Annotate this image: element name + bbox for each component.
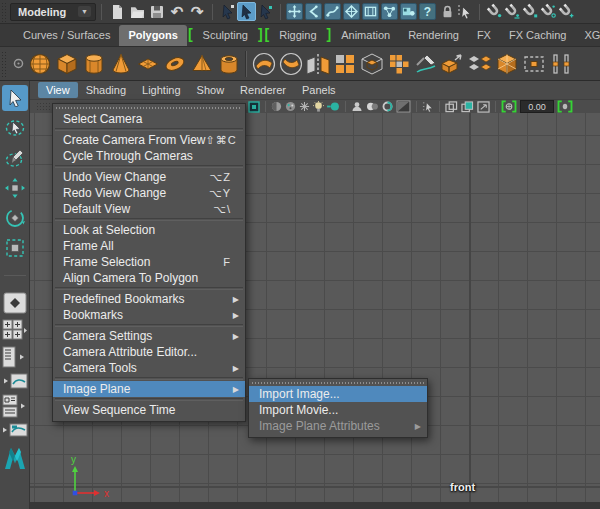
textured-mode-icon[interactable] [285,100,296,113]
menu-item-import-movie[interactable]: Import Movie... [249,402,427,418]
tab-curves-surfaces[interactable]: Curves / Surfaces [14,25,119,46]
lock-icon[interactable] [438,2,456,22]
menu-item-image-plane[interactable]: Image Plane▶ [53,381,245,397]
menu-item-frame-selection[interactable]: Frame SelectionF [53,254,245,270]
select-tool[interactable] [2,85,28,111]
menu-item-image-plane-attributes[interactable]: Image Plane Attributes▶ [249,418,427,434]
move-tool[interactable] [2,175,28,201]
menu-item-cycle-through-cameras[interactable]: Cycle Through Cameras [53,148,245,164]
symmetry-icon[interactable] [547,50,574,78]
angle-snap-icon[interactable] [305,3,322,20]
layout-four-view-button[interactable] [2,394,28,418]
multi-cut-icon[interactable] [412,50,439,78]
extrude-icon[interactable] [439,50,466,78]
menu-item-look-at-selection[interactable]: Look at Selection [53,222,245,238]
snap-curve-icon[interactable] [503,2,521,22]
poly-pyramid-icon[interactable] [188,50,215,78]
sculpt-smooth-icon[interactable] [250,50,277,78]
move-tool-icon[interactable] [286,3,303,20]
menu-item-default-view[interactable]: Default View⌥\ [53,201,245,217]
mirror-geometry-icon[interactable] [466,50,493,78]
drag-handle[interactable] [1,51,8,77]
node-network-icon[interactable] [381,3,398,20]
save-scene-icon[interactable] [147,2,167,22]
shadows-icon[interactable] [351,100,363,113]
render-tool-icon[interactable] [400,3,417,20]
select-component-icon[interactable] [256,2,275,21]
chevron-down-icon[interactable]: ▼ [78,6,91,17]
film-gate-icon[interactable] [501,100,517,113]
subdivide-grid-icon[interactable] [331,50,358,78]
isolate-select-icon[interactable] [248,100,260,113]
panel-menu-shading[interactable]: Shading [78,82,134,98]
snap-projected-center-icon[interactable] [539,2,557,22]
poly-cylinder-icon[interactable] [80,50,107,78]
menu-item-create-camera-from-view[interactable]: Create Camera From View⇧⌘C [53,132,245,148]
default-lighting-icon[interactable] [313,100,324,113]
tab-animation[interactable]: Animation [332,25,399,46]
tab-rendering[interactable]: Rendering [399,25,468,46]
highlight-selection-icon[interactable] [456,2,474,22]
menu-item-camera-tools[interactable]: Camera Tools▶ [53,360,245,376]
lasso-select-tool[interactable] [2,115,28,141]
paste-view-icon[interactable] [461,100,474,113]
shaded-mode-icon[interactable] [271,100,282,113]
scene-lights-icon[interactable] [327,100,340,113]
tab-polygons[interactable]: Polygons [119,25,187,46]
snap-view-plane-icon[interactable] [557,2,575,22]
poly-sphere-icon[interactable] [26,50,53,78]
layout-outliner-pane-button[interactable] [2,346,28,368]
anti-alias-icon[interactable] [382,100,393,113]
menu-item-camera-settings[interactable]: Camera Settings▶ [53,328,245,344]
snap-point-icon[interactable] [521,2,539,22]
drag-handle[interactable] [1,2,8,22]
menu-item-frame-all[interactable]: Frame All [53,238,245,254]
curve-tool-icon[interactable] [324,3,341,20]
tab-xgen[interactable]: XGen [575,25,600,46]
panel-menu-renderer[interactable]: Renderer [232,82,294,98]
paint-select-tool[interactable] [2,145,28,171]
wire-cube-icon[interactable] [358,50,385,78]
menu-item-undo-view-change[interactable]: Undo View Change⌥Z [53,169,245,185]
undo-icon[interactable]: ↶ [167,2,187,22]
object-select-mode-icon[interactable] [422,100,434,113]
overscan-field[interactable]: 0.00 [520,100,554,113]
menu-item-view-sequence-time[interactable]: View Sequence Time [53,402,245,418]
menu-item-bookmarks[interactable]: Bookmarks▶ [53,307,245,323]
layout-hypershade-button[interactable] [2,423,28,437]
panel-menu-show[interactable]: Show [189,82,233,98]
panel-menu-lighting[interactable]: Lighting [134,82,189,98]
layout-persp-outliner-button[interactable] [2,373,28,389]
poly-torus-icon[interactable] [161,50,188,78]
open-scene-icon[interactable] [127,2,147,22]
exposure-icon[interactable] [396,100,411,113]
lattice-tool-icon[interactable] [343,3,360,20]
quad-draw-icon[interactable] [385,50,412,78]
layout-four-pane-button[interactable] [2,319,28,341]
redo-icon[interactable]: ↷ [187,2,207,22]
tab-fx-caching[interactable]: FX Caching [500,25,575,46]
menu-item-select-camera[interactable]: Select Camera [53,111,245,127]
poly-pipe-icon[interactable] [215,50,242,78]
menu-set-selector[interactable]: Modeling ▼ [10,3,96,21]
menu-item-align-camera-to-polygon[interactable]: Align Camera To Polygon [53,270,245,286]
poly-cone-icon[interactable] [107,50,134,78]
maximize-viewport-icon[interactable] [477,100,490,113]
menu-tearoff-handle[interactable] [252,382,424,384]
menu-item-predefined-bookmarks[interactable]: Predefined Bookmarks▶ [53,291,245,307]
snap-grid-icon[interactable] [485,2,503,22]
poly-plane-icon[interactable] [134,50,161,78]
new-scene-icon[interactable] [107,2,127,22]
ambient-occlusion-icon[interactable] [366,100,379,113]
smooth-cube-icon[interactable] [493,50,520,78]
poly-cube-icon[interactable] [53,50,80,78]
panel-menu-view[interactable]: View [38,82,78,98]
panel-menu-panels[interactable]: Panels [294,82,344,98]
layout-single-pane-button[interactable] [3,292,27,314]
film-tool-icon[interactable] [362,3,379,20]
scale-tool[interactable] [2,235,28,261]
menu-tearoff-handle[interactable] [56,107,242,109]
menu-item-camera-attribute-editor[interactable]: Camera Attribute Editor... [53,344,245,360]
select-object-icon[interactable] [237,2,256,21]
border-edge-icon[interactable] [520,50,547,78]
